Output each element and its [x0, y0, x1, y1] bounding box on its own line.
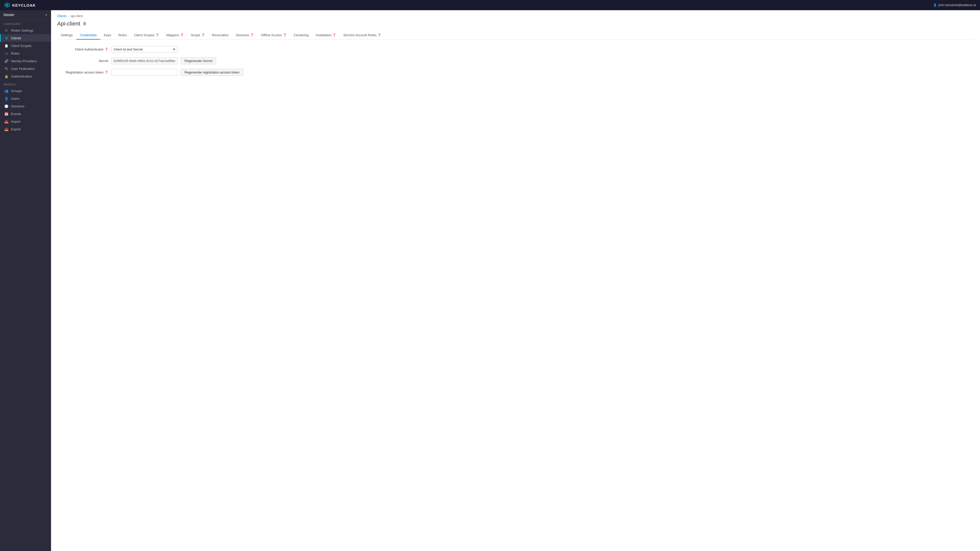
clients-icon: 🖥	[4, 36, 8, 40]
sidebar: Master ▼ Configure ⚙ Realm Settings 🖥 Cl…	[0, 10, 51, 551]
identity-providers-icon: 🔗	[4, 59, 8, 63]
sidebar-item-identity-providers[interactable]: 🔗 Identity Providers	[0, 57, 51, 65]
sidebar-item-groups[interactable]: 👥 Groups	[0, 87, 51, 95]
page-title-row: Api-client 🗑	[57, 21, 974, 27]
client-authenticator-help-icon: ❓	[105, 48, 108, 51]
tab-offline-access-label: Offline Access	[261, 33, 282, 37]
tab-client-scopes[interactable]: Client Scopes ❓	[130, 31, 162, 40]
tab-offline-access[interactable]: Offline Access ❓	[257, 31, 290, 40]
secret-label-text: Secret	[99, 59, 108, 63]
realm-selector[interactable]: Master ▼	[0, 10, 51, 20]
chevron-down-icon: ▼	[45, 14, 48, 16]
user-icon: 👤	[933, 3, 937, 7]
registration-access-token-label: Registration access token ❓	[57, 70, 108, 74]
tab-installation-label: Installation	[316, 33, 331, 37]
logo-text: KEYCLOAK	[12, 3, 36, 7]
registration-access-token-help-icon: ❓	[105, 71, 108, 74]
offline-access-help-icon: ❓	[283, 33, 286, 37]
groups-icon: 👥	[4, 89, 8, 93]
configure-section-label: Configure	[0, 20, 51, 27]
sidebar-item-user-federation[interactable]: 🔌 User Federation	[0, 65, 51, 73]
sidebar-item-label: Groups	[11, 89, 22, 93]
tab-sessions[interactable]: Sessions ❓	[232, 31, 258, 40]
sidebar-item-import[interactable]: 📥 Import	[0, 118, 51, 125]
sidebar-item-users[interactable]: 👤 Users	[0, 95, 51, 102]
breadcrumb: Clients › api-client	[57, 14, 974, 18]
sidebar-item-roles[interactable]: 🗂 Roles	[0, 49, 51, 57]
client-scopes-icon: 📋	[4, 44, 8, 48]
tabs-bar: Settings Credentials Keys Roles Client S…	[57, 31, 974, 40]
user-federation-icon: 🔌	[4, 67, 8, 71]
tab-sessions-label: Sessions	[236, 33, 249, 37]
tab-mappers-label: Mappers	[166, 33, 179, 37]
main-layout: Master ▼ Configure ⚙ Realm Settings 🖥 Cl…	[0, 10, 980, 551]
logo-area: KEYCLOAK	[4, 2, 36, 8]
tab-keys[interactable]: Keys	[100, 31, 115, 40]
tab-roles[interactable]: Roles	[115, 31, 130, 40]
sessions-help-icon: ❓	[250, 33, 254, 37]
top-header: KEYCLOAK 👤 john.hansarick@wallaroo.ai	[0, 0, 980, 10]
sidebar-item-label: Roles	[11, 52, 19, 56]
tab-credentials[interactable]: Credentials	[76, 31, 100, 40]
sidebar-item-label: Import	[11, 120, 21, 124]
tab-service-account-roles[interactable]: Service Account Roles ❓	[340, 31, 385, 40]
scope-help-icon: ❓	[201, 33, 205, 37]
tab-settings[interactable]: Settings	[57, 31, 76, 40]
sidebar-item-clients[interactable]: 🖥 Clients	[0, 34, 51, 42]
client-authenticator-row: Client Authenticator ❓ Client Id and Sec…	[57, 46, 287, 53]
keycloak-logo-icon	[4, 2, 10, 8]
tab-revocation-label: Revocation	[212, 33, 229, 37]
user-email: john.hansarick@wallaroo.ai	[939, 3, 976, 7]
sidebar-item-label: Realm Settings	[11, 29, 33, 32]
secret-input[interactable]	[111, 57, 178, 64]
delete-icon[interactable]: 🗑	[83, 21, 87, 26]
breadcrumb-clients-link[interactable]: Clients	[57, 14, 67, 18]
installation-help-icon: ❓	[332, 33, 336, 37]
export-icon: 📤	[4, 127, 8, 131]
client-scopes-help-icon: ❓	[156, 33, 159, 37]
credentials-form: Client Authenticator ❓ Client Id and Sec…	[57, 46, 287, 76]
tab-keys-label: Keys	[104, 33, 111, 37]
registration-access-token-input[interactable]	[111, 69, 178, 76]
tab-revocation[interactable]: Revocation	[208, 31, 232, 40]
sidebar-item-label: Export	[11, 127, 21, 131]
sidebar-item-events[interactable]: 📅 Events	[0, 110, 51, 118]
tab-scope[interactable]: Scope ❓	[187, 31, 208, 40]
regenerate-registration-access-token-button[interactable]: Regenerate registration access token	[181, 69, 243, 76]
sidebar-item-realm-settings[interactable]: ⚙ Realm Settings	[0, 27, 51, 34]
user-area: 👤 john.hansarick@wallaroo.ai	[933, 3, 976, 7]
sidebar-item-label: Authentication	[11, 75, 32, 78]
mappers-help-icon: ❓	[180, 33, 184, 37]
tab-mappers[interactable]: Mappers ❓	[162, 31, 187, 40]
tab-settings-label: Settings	[61, 33, 73, 37]
sidebar-item-client-scopes[interactable]: 📋 Client Scopes	[0, 42, 51, 49]
content-area: Clients › api-client Api-client 🗑 Settin…	[51, 10, 980, 551]
sidebar-item-label: Users	[11, 97, 20, 100]
authentication-icon: 🔒	[4, 74, 8, 78]
client-authenticator-label-text: Client Authenticator	[75, 48, 103, 51]
tab-credentials-label: Credentials	[80, 33, 97, 37]
import-icon: 📥	[4, 119, 8, 124]
client-authenticator-select[interactable]: Client Id and SecretSigned JwtX509 Certi…	[111, 46, 178, 53]
sidebar-item-label: Identity Providers	[11, 59, 37, 63]
tab-clustering[interactable]: Clustering	[290, 31, 312, 40]
sessions-icon: 🕐	[4, 104, 8, 108]
tab-scope-label: Scope	[191, 33, 200, 37]
regenerate-secret-button[interactable]: Regenerate Secret	[181, 57, 216, 64]
manage-section-label: Manage	[0, 80, 51, 87]
registration-access-token-row: Registration access token ❓ Regenerate r…	[57, 69, 287, 76]
users-icon: 👤	[4, 97, 8, 100]
breadcrumb-current: api-client	[71, 14, 83, 18]
sidebar-item-authentication[interactable]: 🔒 Authentication	[0, 73, 51, 80]
realm-name: Master	[3, 13, 14, 17]
service-account-roles-help-icon: ❓	[377, 33, 381, 37]
events-icon: 📅	[4, 112, 8, 116]
sidebar-item-export[interactable]: 📤 Export	[0, 125, 51, 133]
tab-roles-label: Roles	[118, 33, 127, 37]
tab-client-scopes-label: Client Scopes	[134, 33, 154, 37]
page-title: Api-client	[57, 21, 80, 27]
sidebar-item-sessions[interactable]: 🕐 Sessions	[0, 102, 51, 110]
tab-clustering-label: Clustering	[294, 33, 309, 37]
tab-installation[interactable]: Installation ❓	[312, 31, 340, 40]
secret-label: Secret	[57, 59, 108, 63]
